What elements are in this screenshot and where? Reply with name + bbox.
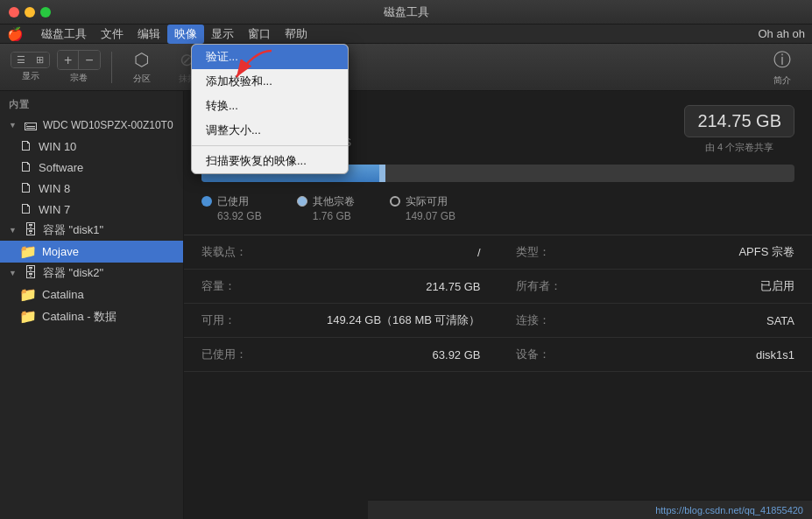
type-label: 类型：	[516, 244, 550, 260]
sidebar-item-win7[interactable]: 🗋 WIN 7	[0, 199, 183, 220]
chevron-down-icon	[9, 269, 17, 277]
menu-image[interactable]: 映像	[167, 25, 204, 44]
sidebar-label-win7: WIN 7	[39, 203, 70, 216]
chevron-down-icon	[9, 121, 17, 130]
legend-other-dot	[297, 196, 307, 207]
legend-used-info: 已使用 63.92 GB	[217, 194, 262, 222]
info-row-mount: 装载点： /	[184, 235, 498, 270]
legend-free-dot	[390, 196, 400, 207]
used-value: 63.92 GB	[433, 348, 481, 361]
add-remove-group: + − 宗卷	[57, 50, 101, 84]
sidebar-label-win10: WIN 10	[39, 140, 76, 153]
volume-icon: 🗋	[19, 180, 33, 196]
info-col-left: 装载点： / 容量： 214.75 GB 可用： 149.24 GB（168 M…	[184, 235, 498, 372]
volume-icon: 🗋	[19, 138, 33, 154]
minimize-button[interactable]	[25, 7, 35, 18]
menu-disk-tool[interactable]: 磁盘工具	[34, 25, 94, 44]
info-row-owner: 所有者： 已启用	[498, 270, 813, 304]
connection-label: 连接：	[516, 312, 550, 328]
titlebar: 磁盘工具	[0, 0, 812, 25]
used-label: 已使用：	[201, 347, 247, 362]
menu-help[interactable]: 帮助	[278, 25, 314, 44]
volume-label: 宗卷	[70, 72, 88, 84]
sidebar-item-disk2[interactable]: 🗄 容器 "disk2"	[0, 263, 183, 284]
blog-link[interactable]: https://blog.csdn.net/qq_41855420	[655, 505, 803, 515]
container-icon: 🗄	[24, 222, 38, 238]
sidebar-item-software[interactable]: 🗋 Software	[0, 157, 183, 178]
info-row-device: 设备： disk1s1	[498, 338, 813, 372]
legend-used-size: 63.92 GB	[217, 210, 262, 222]
sidebar-item-wdc[interactable]: 🖴 WDC WD10SPZX-00Z10T0	[0, 115, 183, 136]
menubar: 🍎 磁盘工具 文件 编辑 映像 显示 窗口 帮助 Oh ah oh	[0, 25, 812, 44]
apfs-icon: 📁	[19, 308, 37, 325]
volume-icon: 🗋	[19, 201, 33, 217]
sidebar-label-disk2: 容器 "disk2"	[43, 265, 103, 281]
volume-size-note: 由 4 个宗卷共享	[684, 141, 794, 154]
info-row-type: 类型： APFS 宗卷	[498, 235, 813, 270]
view-icon-button[interactable]: ⊞	[31, 53, 49, 67]
info-icon: ⓘ	[773, 48, 791, 72]
info-label: 简介	[773, 74, 791, 87]
partition-button[interactable]: ⬡ 分区	[123, 46, 161, 88]
legend-used-label: 已使用	[217, 194, 262, 209]
dropdown-item-add-checksum[interactable]: 添加校验和...	[192, 69, 348, 94]
legend-other-label: 其他宗卷	[313, 194, 355, 209]
remove-volume-button[interactable]: −	[78, 51, 99, 69]
view-list-button[interactable]: ☰	[11, 53, 31, 67]
image-dropdown-menu: 验证... 添加校验和... 转换... 调整大小... 扫描要恢复的映像...	[191, 44, 349, 174]
partition-label: 分区	[133, 73, 151, 85]
sidebar-label-wdc: WDC WD10SPZX-00Z10T0	[43, 119, 173, 131]
legend-free-label: 实际可用	[406, 194, 455, 209]
legend-free-size: 149.07 GB	[406, 210, 455, 222]
capacity-value: 214.75 GB	[426, 280, 480, 293]
sidebar-item-disk1[interactable]: 🗄 容器 "disk1"	[0, 220, 183, 241]
type-value: APFS 宗卷	[738, 244, 794, 260]
maximize-button[interactable]	[40, 7, 51, 18]
legend-other: 其他宗卷 1.76 GB	[297, 194, 355, 222]
dropdown-item-resize[interactable]: 调整大小...	[192, 118, 348, 143]
chevron-down-icon	[9, 226, 17, 235]
menu-file[interactable]: 文件	[94, 25, 131, 44]
window-title: 磁盘工具	[384, 4, 429, 20]
sidebar-label-catalina-data: Catalina - 数据	[42, 309, 117, 325]
view-mode-toggle[interactable]: ☰ ⊞	[11, 52, 50, 68]
sidebar-item-catalina[interactable]: 📁 Catalina	[0, 284, 183, 305]
disk-icon: 🖴	[24, 117, 38, 133]
close-button[interactable]	[9, 7, 19, 18]
available-label: 可用：	[201, 312, 236, 328]
sidebar: 内置 🖴 WDC WD10SPZX-00Z10T0 🗋 WIN 10 🗋 Sof…	[0, 91, 184, 519]
sidebar-item-mojave[interactable]: 📁 Mojave	[0, 241, 183, 263]
main-layout: 内置 🖴 WDC WD10SPZX-00Z10T0 🗋 WIN 10 🗋 Sof…	[0, 91, 812, 519]
legend-other-size: 1.76 GB	[313, 210, 355, 222]
add-remove-buttons[interactable]: + −	[57, 50, 101, 70]
apple-menu[interactable]: 🍎	[7, 26, 24, 42]
info-row-connection: 连接： SATA	[498, 304, 813, 338]
sidebar-label-catalina: Catalina	[42, 288, 84, 301]
sidebar-label-disk1: 容器 "disk1"	[43, 222, 103, 238]
menu-edit[interactable]: 编辑	[131, 25, 167, 44]
dropdown-item-scan[interactable]: 扫描要恢复的映像...	[192, 149, 348, 173]
apfs-icon: 📁	[19, 286, 37, 303]
progress-other-segment	[379, 165, 385, 182]
info-row-capacity: 容量： 214.75 GB	[184, 270, 498, 304]
add-volume-button[interactable]: +	[58, 51, 78, 69]
info-row-available: 可用： 149.24 GB（168 MB 可清除）	[184, 304, 498, 338]
dropdown-item-convert[interactable]: 转换...	[192, 94, 348, 118]
view-toggle-group: ☰ ⊞ 显示	[11, 52, 50, 82]
legend-free-info: 实际可用 149.07 GB	[406, 194, 455, 222]
device-label: 设备：	[516, 347, 550, 362]
dropdown-separator	[192, 145, 348, 146]
sidebar-label-mojave: Mojave	[42, 245, 79, 258]
sidebar-item-catalina-data[interactable]: 📁 Catalina - 数据	[0, 305, 183, 327]
sidebar-label-software: Software	[39, 161, 83, 174]
dropdown-item-verify[interactable]: 验证...	[192, 45, 348, 69]
menu-window[interactable]: 窗口	[241, 25, 278, 44]
menu-display[interactable]: 显示	[204, 25, 241, 44]
display-toggle: ☰ ⊞ 显示	[11, 52, 50, 82]
sidebar-item-win10[interactable]: 🗋 WIN 10	[0, 136, 183, 157]
legend-used: 已使用 63.92 GB	[201, 194, 262, 222]
sidebar-item-win8[interactable]: 🗋 WIN 8	[0, 178, 183, 199]
disk-legend: 已使用 63.92 GB 其他宗卷 1.76 GB 实际可用 149.07 GB	[184, 189, 812, 228]
legend-free: 实际可用 149.07 GB	[390, 194, 455, 222]
info-button[interactable]: ⓘ 简介	[763, 45, 801, 90]
